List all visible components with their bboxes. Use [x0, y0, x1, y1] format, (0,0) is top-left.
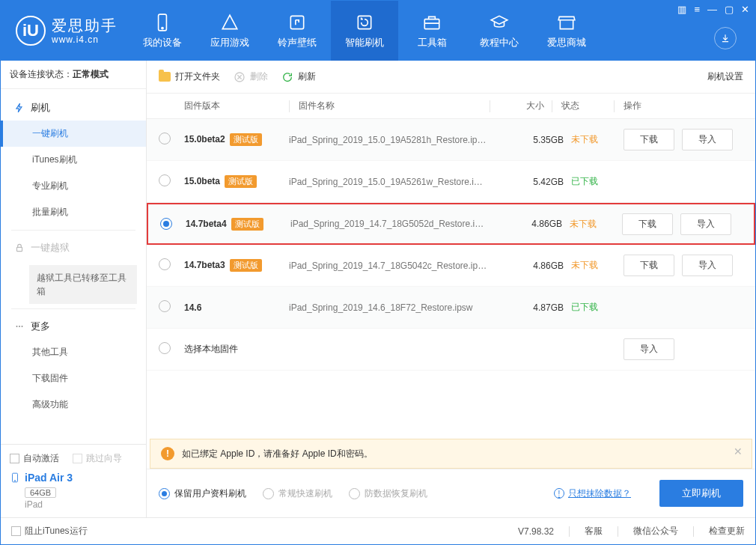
- import-button[interactable]: 导入: [682, 255, 733, 276]
- th-version: 固件版本: [184, 100, 289, 112]
- option-keep-data[interactable]: 保留用户资料刷机: [159, 487, 246, 500]
- support-link[interactable]: 客服: [585, 525, 603, 538]
- download-button[interactable]: 下载: [624, 255, 674, 276]
- skip-guide-checkbox[interactable]: 跳过向导: [73, 452, 122, 465]
- svg-point-8: [22, 326, 23, 327]
- row-radio[interactable]: [159, 258, 171, 270]
- firmware-size: 5.35GB: [519, 135, 571, 145]
- window-close-icon[interactable]: ✕: [741, 4, 749, 15]
- toolbox-icon: [422, 13, 442, 32]
- device-name[interactable]: iPad Air 3: [10, 471, 137, 484]
- firmware-name: iPad_Spring_2019_14.6_18F72_Restore.ipsw: [289, 302, 519, 313]
- sidebar-head-more[interactable]: 更多: [1, 314, 146, 339]
- firmware-version: 14.6: [184, 302, 201, 313]
- wipe-data-link[interactable]: ! 只想抹除数据？: [554, 487, 631, 500]
- table-row-local[interactable]: 选择本地固件导入: [147, 329, 755, 371]
- sidebar-item-advanced[interactable]: 高级功能: [1, 392, 146, 418]
- svg-point-1: [162, 27, 163, 28]
- svg-rect-9: [13, 473, 18, 482]
- table-row[interactable]: 15.0beta2测试版iPad_Spring_2019_15.0_19A528…: [147, 119, 755, 161]
- beta-badge: 测试版: [230, 259, 262, 272]
- sidebar-item-other-tools[interactable]: 其他工具: [1, 339, 146, 365]
- nav-ringtones[interactable]: 铃声壁纸: [263, 1, 331, 61]
- sidebar-bottom: 自动激活 跳过向导 iPad Air 3 64GB iPad: [1, 444, 146, 517]
- sidebar-item-batch-flash[interactable]: 批量刷机: [1, 199, 146, 225]
- notice-close-icon[interactable]: ✕: [734, 445, 743, 457]
- svg-rect-5: [17, 247, 22, 251]
- row-radio[interactable]: [160, 218, 172, 230]
- svg-point-10: [14, 481, 15, 481]
- firmware-name: iPad_Spring_2019_15.0_19A5261w_Restore.i…: [289, 177, 519, 187]
- firmware-name: iPad_Spring_2019_15.0_19A5281h_Restore.i…: [289, 135, 519, 145]
- option-normal[interactable]: 常规快速刷机: [263, 487, 332, 500]
- auto-activate-checkbox[interactable]: 自动激活: [10, 452, 59, 465]
- row-radio[interactable]: [159, 174, 171, 186]
- th-name: 固件名称: [299, 100, 490, 112]
- download-button[interactable]: 下载: [622, 213, 673, 235]
- flash-settings-button[interactable]: 刷机设置: [703, 70, 743, 83]
- firmware-version: 14.7beta4: [186, 219, 227, 229]
- window-minimize-icon[interactable]: —: [707, 4, 717, 15]
- download-button[interactable]: 下载: [624, 129, 674, 150]
- device-icon: [153, 13, 172, 32]
- app-site: www.i4.cn: [52, 34, 118, 45]
- open-folder-button[interactable]: 打开文件夹: [159, 70, 220, 83]
- more-icon: [14, 321, 25, 332]
- download-icon: [720, 33, 731, 43]
- window-maximize-icon[interactable]: ▢: [725, 4, 734, 15]
- nav-store[interactable]: 爱思商城: [533, 1, 600, 61]
- th-status: 状态: [561, 100, 614, 112]
- svg-rect-3: [358, 16, 371, 28]
- device-model: iPad: [25, 499, 137, 510]
- beta-badge: 测试版: [230, 133, 262, 146]
- wechat-link[interactable]: 微信公众号: [633, 525, 678, 538]
- check-update-link[interactable]: 检查更新: [709, 525, 745, 538]
- flash-options: 保留用户资料刷机 常规快速刷机 防数据恢复刷机 ! 只想抹除数据？ 立即刷机: [147, 469, 755, 517]
- refresh-button[interactable]: 刷新: [281, 70, 316, 83]
- row-radio[interactable]: [159, 300, 171, 312]
- delete-button[interactable]: 删除: [234, 70, 268, 83]
- bolt-icon: [14, 103, 25, 113]
- info-icon: !: [554, 488, 564, 499]
- table-row[interactable]: 14.7beta4测试版iPad_Spring_2019_14.7_18G505…: [147, 203, 755, 245]
- th-size: 大小: [499, 100, 552, 112]
- device-storage: 64GB: [25, 487, 56, 498]
- table-row[interactable]: 14.6iPad_Spring_2019_14.6_18F72_Restore.…: [147, 287, 755, 329]
- table-header: 固件版本 固件名称 大小 状态 操作: [147, 94, 755, 119]
- sidebar-item-itunes-flash[interactable]: iTunes刷机: [1, 147, 146, 173]
- table-row[interactable]: 14.7beta3测试版iPad_Spring_2019_14.7_18G504…: [147, 245, 755, 287]
- firmware-status: 已下载: [571, 175, 624, 188]
- lock-icon: [14, 243, 25, 253]
- download-manager-button[interactable]: [714, 27, 737, 49]
- row-radio[interactable]: [159, 133, 171, 144]
- sidebar-item-oneclick-flash[interactable]: 一键刷机: [1, 121, 146, 147]
- sidebar-item-download-firmware[interactable]: 下载固件: [1, 365, 146, 392]
- import-button[interactable]: 导入: [624, 338, 674, 360]
- nav-apps[interactable]: 应用游戏: [196, 1, 263, 61]
- jailbreak-note: 越狱工具已转移至工具箱: [29, 265, 137, 304]
- import-button[interactable]: 导入: [682, 129, 733, 150]
- sidebar-head-jailbreak[interactable]: 一键越狱: [1, 235, 146, 261]
- row-radio[interactable]: [159, 342, 171, 354]
- window-skin-icon[interactable]: ▥: [677, 4, 686, 15]
- nav-toolbox[interactable]: 工具箱: [398, 1, 466, 61]
- option-antirecover[interactable]: 防数据恢复刷机: [349, 487, 427, 500]
- nav-flash[interactable]: 智能刷机: [331, 1, 398, 61]
- flash-now-button[interactable]: 立即刷机: [659, 480, 743, 507]
- app-title: 爱思助手: [52, 16, 118, 34]
- firmware-version: 14.7beta3: [184, 260, 225, 270]
- block-itunes-checkbox[interactable]: 阻止iTunes运行: [11, 525, 88, 538]
- nav-my-device[interactable]: 我的设备: [129, 1, 196, 61]
- nav-tutorials[interactable]: 教程中心: [466, 1, 533, 61]
- toolbar: 打开文件夹 删除 刷新 刷机设置: [147, 61, 755, 94]
- window-menu-icon[interactable]: ≡: [694, 4, 700, 15]
- warning-icon: !: [161, 447, 174, 460]
- beta-badge: 测试版: [231, 218, 263, 231]
- sidebar-item-pro-flash[interactable]: 专业刷机: [1, 173, 146, 199]
- firmware-size: 4.86GB: [519, 261, 571, 271]
- table-row[interactable]: 15.0beta测试版iPad_Spring_2019_15.0_19A5261…: [147, 161, 755, 203]
- firmware-version: 15.0beta: [184, 176, 220, 186]
- notice-bar: ! 如已绑定 Apple ID，请准备好 Apple ID和密码。 ✕: [150, 439, 752, 469]
- import-button[interactable]: 导入: [680, 213, 731, 235]
- sidebar-head-flash[interactable]: 刷机: [1, 95, 146, 121]
